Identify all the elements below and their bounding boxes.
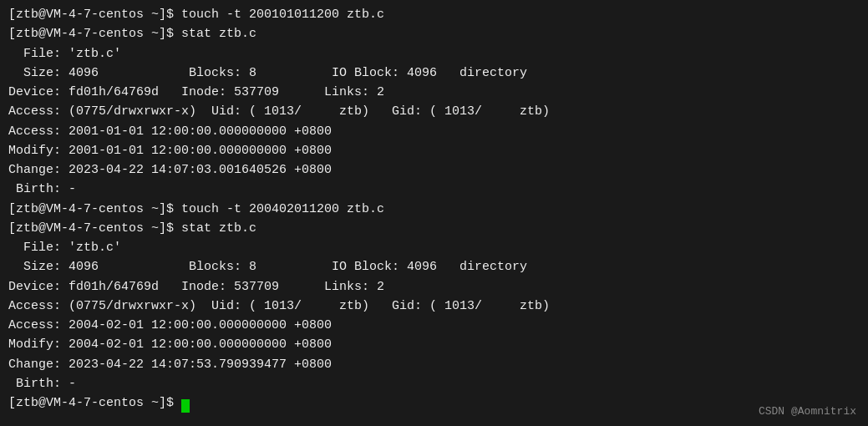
terminal-line: Access: (0775/drwxrwxr-x) Uid: ( 1013/ z… [8,297,860,316]
terminal-line: Access: 2001-01-01 12:00:00.000000000 +0… [8,122,860,141]
terminal-line: [ztb@VM-4-7-centos ~]$ touch -t 20010101… [8,5,860,24]
terminal-window: [ztb@VM-4-7-centos ~]$ touch -t 20010101… [0,0,868,426]
terminal-line: [ztb@VM-4-7-centos ~]$ stat ztb.c [8,24,860,43]
terminal-line: Size: 4096 Blocks: 8 IO Block: 4096 dire… [8,257,860,276]
terminal-line: Change: 2023-04-22 14:07:53.790939477 +0… [8,355,860,374]
terminal-line: [ztb@VM-4-7-centos ~]$ touch -t 20040201… [8,200,860,219]
terminal-line: Change: 2023-04-22 14:07:03.001640526 +0… [8,160,860,180]
watermark: CSDN @Aomnitrix [759,405,856,418]
terminal-line: Device: fd01h/64769d Inode: 537709 Links… [8,277,860,297]
terminal-line: Modify: 2004-02-01 12:00:00.000000000 +0… [8,335,860,354]
terminal-line: File: 'ztb.c' [8,44,860,63]
terminal-line: Birth: - [8,180,860,199]
terminal-line: [ztb@VM-4-7-centos ~]$ stat ztb.c [8,219,860,238]
terminal-line: Birth: - [8,374,860,393]
terminal-line: Modify: 2001-01-01 12:00:00.000000000 +0… [8,141,860,160]
terminal-line: Access: 2004-02-01 12:00:00.000000000 +0… [8,316,860,335]
terminal-line: Device: fd01h/64769d Inode: 537709 Links… [8,83,860,102]
terminal-line: File: 'ztb.c' [8,238,860,257]
terminal-cursor [181,399,190,413]
terminal-line: Size: 4096 Blocks: 8 IO Block: 4096 dire… [8,63,860,83]
terminal-line: Access: (0775/drwxrwxr-x) Uid: ( 1013/ z… [8,102,860,121]
terminal-line: [ztb@VM-4-7-centos ~]$ [8,393,860,413]
